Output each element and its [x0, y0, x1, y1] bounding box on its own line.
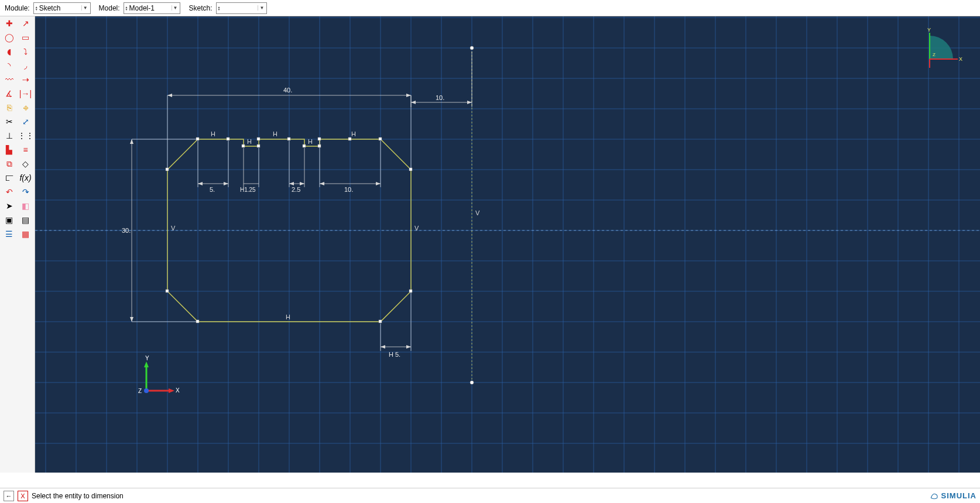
svg-marker-83	[467, 101, 472, 104]
pattern-tool[interactable]: ⋮⋮	[18, 129, 34, 143]
svg-marker-104	[289, 182, 294, 185]
coordinate-triad: Y X Z	[135, 356, 181, 402]
dimension-tool[interactable]: ∡	[1, 87, 18, 101]
sketch-toolbox: ✚↗ ◯▭ ◖⤵ ◝◞ 〰⇢ ∡|→| ⎘⎆ ✂⤢ ⊥⋮⋮ ▙≡ ⧉◇ ⫍f(x…	[0, 16, 35, 473]
parameter-tool[interactable]: f(x)	[18, 171, 34, 185]
autodim-tool[interactable]: ⫍	[1, 171, 18, 185]
chevron-down-icon[interactable]: ▼	[81, 5, 89, 11]
line-tool[interactable]: ↗	[18, 16, 34, 30]
snap-tool[interactable]: ◇	[18, 157, 34, 171]
grid-g	[35, 16, 980, 473]
svg-marker-105	[300, 182, 304, 185]
svg-text:H: H	[247, 138, 252, 145]
project-tool[interactable]: ⎆	[18, 101, 34, 115]
circle-tool[interactable]: ◯	[1, 30, 18, 44]
cancel-button[interactable]: X	[18, 491, 28, 501]
redo-button[interactable]: ↷	[18, 185, 34, 199]
back-button[interactable]: ←	[4, 491, 14, 501]
trim-tool[interactable]: ✂	[1, 115, 18, 129]
svg-text:H: H	[351, 130, 356, 137]
svg-rect-62	[257, 144, 260, 147]
svg-marker-111	[376, 182, 381, 185]
status-bar: ← X Select the entity to dimension SIMUL…	[0, 488, 980, 503]
sketch-combo[interactable]: ▲▼ ▼	[216, 2, 268, 14]
spinner-icon[interactable]: ▲▼	[35, 6, 38, 11]
dimension-row[interactable]: 5. H1.25 2.5 10.	[198, 141, 381, 193]
model-label: Model:	[99, 4, 120, 12]
ellipse-tool[interactable]: ◖	[1, 44, 18, 58]
select-tool[interactable]: ➤	[1, 199, 18, 213]
vertex-handles[interactable]	[166, 137, 412, 323]
svg-text:Z: Z	[138, 388, 142, 394]
module-input[interactable]	[39, 4, 80, 12]
dimension-h-tool[interactable]: |→|	[18, 87, 34, 101]
rectangle-tool[interactable]: ▭	[18, 30, 34, 44]
fillet-tool[interactable]: ◞	[18, 58, 34, 73]
svg-point-47	[470, 381, 474, 384]
sketch-canvas[interactable]: V H H H H H H V V 40.	[35, 16, 980, 473]
svg-marker-89	[130, 317, 133, 322]
sketch-input[interactable]	[221, 4, 256, 12]
svg-rect-56	[227, 137, 229, 140]
svg-rect-63	[303, 144, 306, 147]
undo-button[interactable]: ↶	[1, 185, 18, 199]
options-button[interactable]: ☰	[1, 227, 18, 241]
svg-rect-57	[257, 137, 260, 140]
arc3p-tool[interactable]: ◝	[1, 58, 18, 73]
svg-text:2.5: 2.5	[292, 186, 300, 193]
svg-text:V: V	[414, 225, 419, 232]
svg-text:30.: 30.	[122, 227, 131, 234]
spinner-icon[interactable]: ▲▼	[218, 6, 221, 11]
svg-rect-49	[166, 290, 169, 292]
model-combo[interactable]: ▲▼ ▼	[124, 2, 181, 14]
extend-tool[interactable]: ⤢	[18, 115, 34, 129]
spline-tool[interactable]: 〰	[1, 73, 18, 87]
svg-text:10.: 10.	[344, 186, 353, 193]
svg-marker-94	[198, 182, 203, 185]
svg-text:X: X	[176, 387, 180, 394]
svg-text:40.: 40.	[283, 87, 292, 94]
save-sketch-button[interactable]: ▣	[1, 213, 18, 227]
svg-rect-51	[379, 320, 382, 323]
svg-text:X: X	[959, 56, 962, 62]
constraint-labels: H H H H H H V V	[171, 130, 419, 321]
chevron-down-icon[interactable]: ▼	[172, 5, 179, 11]
mirror-tool[interactable]: ⧉	[1, 157, 18, 171]
axis-cue-icon: Y X Z	[918, 27, 965, 74]
chevron-down-icon[interactable]: ▼	[258, 5, 265, 11]
svg-marker-76	[167, 94, 172, 97]
sketch-label: Sketch:	[189, 4, 212, 12]
svg-text:10.: 10.	[436, 94, 444, 101]
arc-tool[interactable]: ⤵	[18, 44, 34, 58]
svg-text:Y: Y	[145, 356, 149, 361]
dimension-h5[interactable]: H 5.	[381, 292, 411, 358]
grid-button[interactable]: ▦	[18, 227, 34, 241]
svg-text:H 5.: H 5.	[389, 351, 400, 358]
move-tool[interactable]: ▙	[1, 143, 18, 157]
load-sketch-button[interactable]: ▤	[18, 213, 34, 227]
svg-point-123	[144, 388, 149, 393]
svg-text:Z: Z	[933, 52, 936, 57]
equal-tool[interactable]: ≡	[18, 143, 34, 157]
svg-point-46	[470, 46, 474, 50]
point-tool[interactable]: ✚	[1, 16, 18, 30]
offset-tool[interactable]: ⎘	[1, 101, 18, 115]
spinner-icon[interactable]: ▲▼	[125, 6, 128, 11]
arrow-left-icon: ←	[6, 492, 12, 499]
erase-tool[interactable]: ◧	[18, 199, 34, 213]
simulia-logo: SIMULIA	[930, 491, 976, 501]
construction-tool[interactable]: ⇢	[18, 73, 34, 87]
svg-text:H: H	[286, 313, 290, 321]
svg-rect-52	[409, 290, 412, 292]
svg-text:V: V	[171, 225, 176, 232]
constraints-tool[interactable]: ⊥	[1, 129, 18, 143]
prompt-text: Select the entity to dimension	[32, 492, 124, 500]
svg-rect-58	[287, 137, 290, 140]
module-label: Module:	[5, 4, 30, 12]
module-combo[interactable]: ▲▼ ▼	[33, 2, 91, 14]
context-toolbar: Module: ▲▼ ▼ Model: ▲▼ ▼ Sketch: ▲▼ ▼	[0, 0, 980, 16]
svg-text:Y: Y	[927, 27, 931, 33]
svg-rect-54	[379, 137, 382, 140]
svg-text:H1.25: H1.25	[240, 187, 256, 193]
model-input[interactable]	[129, 4, 170, 12]
